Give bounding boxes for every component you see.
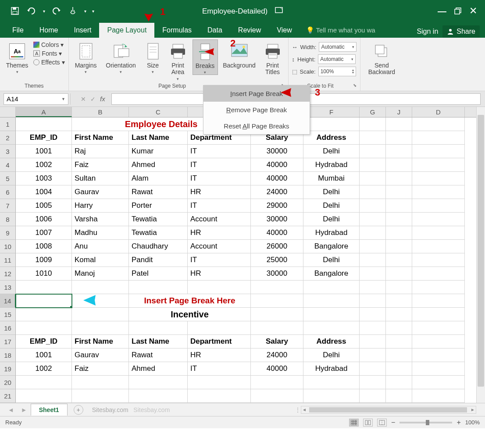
cell[interactable]: Faiz — [72, 158, 129, 172]
col-header-D[interactable]: D — [412, 107, 465, 117]
menu-remove-page-break[interactable]: Remove Page Break — [203, 102, 310, 118]
cell[interactable]: 30000 — [251, 213, 303, 226]
cancel-formula[interactable]: ✕ — [81, 96, 86, 103]
row-header[interactable]: 10 — [0, 240, 16, 253]
col-header-F[interactable]: F — [303, 107, 360, 117]
cell[interactable] — [303, 308, 360, 321]
cell[interactable] — [386, 253, 412, 267]
horizontal-scrollbar[interactable]: ◄► — [301, 406, 476, 414]
row-header[interactable]: 5 — [0, 172, 16, 185]
width-select[interactable]: Automatic▾ — [319, 42, 357, 52]
cell[interactable] — [251, 281, 303, 294]
tell-me[interactable]: 💡 Tell me what you wa — [300, 23, 382, 38]
tab-formulas[interactable]: Formulas — [154, 23, 200, 38]
cell[interactable]: 1006 — [16, 213, 72, 226]
row-header[interactable]: 8 — [0, 213, 16, 226]
vertical-scrollbar[interactable] — [476, 107, 485, 403]
cell[interactable] — [412, 172, 465, 185]
cell[interactable]: 40000 — [251, 226, 303, 240]
cell[interactable]: Rawat — [129, 348, 188, 362]
cell[interactable] — [386, 145, 412, 158]
cell[interactable] — [360, 226, 386, 240]
cell[interactable]: Incentive — [129, 308, 251, 321]
cell[interactable]: 1002 — [16, 158, 72, 172]
cell[interactable]: Gaurav — [72, 348, 129, 362]
breaks-button[interactable]: Breaks▾ — [193, 39, 218, 75]
cell[interactable] — [412, 226, 465, 240]
cell[interactable]: 40000 — [251, 362, 303, 376]
cell[interactable]: HR — [188, 226, 251, 240]
cell[interactable] — [360, 213, 386, 226]
cell[interactable]: Delhi — [303, 213, 360, 226]
cell[interactable]: EMP_ID — [16, 335, 72, 348]
cell[interactable] — [251, 308, 303, 321]
cell[interactable] — [251, 389, 303, 403]
cell[interactable]: Pandit — [129, 253, 188, 267]
cell[interactable] — [251, 294, 303, 308]
cell[interactable]: Harry — [72, 199, 129, 213]
qat-touch-caret[interactable]: ▾ — [82, 4, 88, 18]
cell[interactable] — [360, 117, 386, 131]
cell[interactable]: Tewatia — [129, 213, 188, 226]
print-area-button[interactable]: Print Area▾ — [166, 39, 190, 81]
themes-button[interactable]: Aa Themes ▾ — [4, 39, 31, 74]
cell[interactable]: Tewatia — [129, 226, 188, 240]
zoom-level[interactable]: 100% — [465, 419, 480, 426]
cell[interactable]: Raj — [72, 145, 129, 158]
zoom-out[interactable]: − — [391, 419, 395, 427]
cell[interactable]: Last Name — [129, 131, 188, 145]
new-sheet-button[interactable]: + — [74, 405, 83, 415]
cell[interactable]: Alam — [129, 172, 188, 185]
cell[interactable]: HR — [188, 348, 251, 362]
col-header-G[interactable]: G — [360, 107, 386, 117]
cell[interactable] — [386, 335, 412, 348]
cell[interactable] — [412, 199, 465, 213]
tab-page-layout[interactable]: Page Layout — [99, 23, 154, 38]
cell[interactable]: Mumbai — [303, 172, 360, 185]
cell[interactable] — [412, 348, 465, 362]
cell[interactable] — [412, 321, 465, 335]
cell[interactable]: First Name — [72, 131, 129, 145]
cell[interactable]: 1008 — [16, 240, 72, 253]
cell[interactable]: Delhi — [303, 199, 360, 213]
cell[interactable]: 40000 — [251, 158, 303, 172]
cell[interactable]: Ahmed — [129, 158, 188, 172]
cell[interactable]: Bangalore — [303, 240, 360, 253]
cell[interactable] — [188, 321, 251, 335]
effects-button[interactable]: Effects ▾ — [33, 59, 65, 66]
row-header[interactable]: 2 — [0, 131, 16, 145]
name-box[interactable]: A14▼ — [4, 93, 68, 105]
cell[interactable] — [412, 213, 465, 226]
cell[interactable] — [360, 294, 386, 308]
cell[interactable] — [386, 240, 412, 253]
cell[interactable]: HR — [188, 185, 251, 199]
cell[interactable]: Hydrabad — [303, 226, 360, 240]
sheet-tab-sheet1[interactable]: Sheet1 — [31, 404, 68, 416]
cell[interactable] — [251, 321, 303, 335]
cell[interactable]: Hydrabad — [303, 158, 360, 172]
cell[interactable] — [16, 281, 72, 294]
cell[interactable]: Faiz — [72, 362, 129, 376]
cell[interactable]: Madhu — [72, 226, 129, 240]
cell[interactable] — [188, 389, 251, 403]
qat-touch-mode[interactable] — [66, 4, 80, 18]
cell[interactable]: Insert Page Break Here — [129, 294, 251, 308]
cell[interactable]: Delhi — [303, 185, 360, 199]
cell[interactable]: 29000 — [251, 199, 303, 213]
cell[interactable]: Komal — [72, 253, 129, 267]
cell[interactable]: EMP_ID — [16, 131, 72, 145]
cell[interactable]: 30000 — [251, 145, 303, 158]
cell[interactable] — [360, 376, 386, 389]
cell[interactable]: Ahmed — [129, 362, 188, 376]
cell[interactable]: Gaurav — [72, 185, 129, 199]
cell[interactable]: 24000 — [251, 348, 303, 362]
cell[interactable] — [386, 158, 412, 172]
cell[interactable] — [360, 158, 386, 172]
cell[interactable] — [360, 131, 386, 145]
fonts-button[interactable]: AFonts ▾ — [33, 50, 65, 57]
row-header[interactable]: 1 — [0, 117, 16, 131]
col-header-A[interactable]: A — [16, 107, 72, 117]
cell[interactable] — [360, 335, 386, 348]
cell[interactable]: Delhi — [303, 145, 360, 158]
margins-button[interactable]: Margins▾ — [72, 39, 100, 74]
